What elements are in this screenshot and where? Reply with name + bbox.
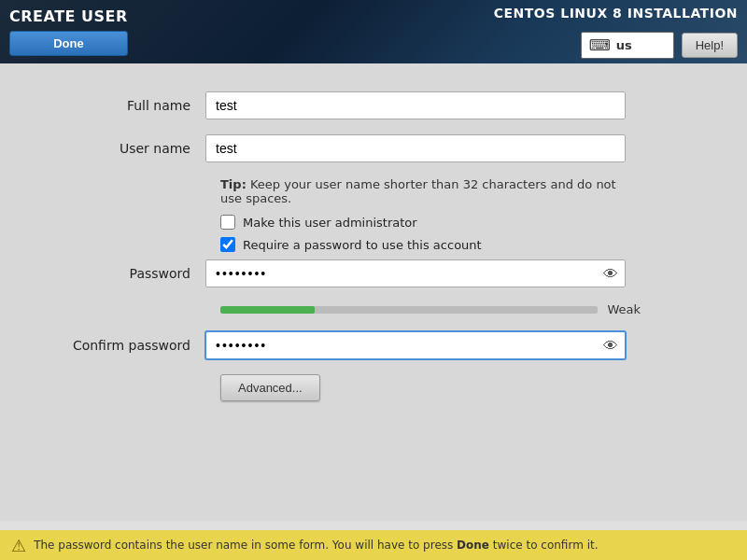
confirm-password-input[interactable] xyxy=(205,331,626,359)
admin-checkbox[interactable] xyxy=(220,215,235,230)
require-password-label[interactable]: Require a password to use this account xyxy=(243,238,482,252)
strength-row: Weak xyxy=(220,302,641,316)
help-button[interactable]: Help! xyxy=(682,33,738,58)
strength-bar-container xyxy=(220,306,598,314)
confirm-password-label: Confirm password xyxy=(56,338,205,353)
password-eye-icon[interactable]: 👁 xyxy=(603,265,618,283)
warning-text-after: twice to confirm it. xyxy=(489,539,599,552)
warning-bar: ⚠ The password contains the user name in… xyxy=(0,530,747,560)
confirm-password-eye-icon[interactable]: 👁 xyxy=(603,337,618,355)
keyboard-icon: ⌨ xyxy=(589,36,611,54)
system-title: CENTOS LINUX 8 INSTALLATION xyxy=(494,6,738,21)
fullname-input[interactable] xyxy=(205,91,626,119)
advanced-row: Advanced... xyxy=(220,374,691,401)
password-row: Password 👁 xyxy=(56,259,691,287)
password-input[interactable] xyxy=(205,259,626,287)
tip-bold: Tip: xyxy=(220,177,247,191)
header-bottom-right: ⌨ us Help! xyxy=(581,32,738,59)
require-password-checkbox[interactable] xyxy=(220,237,235,252)
header-right-container: CENTOS LINUX 8 INSTALLATION ⌨ us Help! xyxy=(494,6,738,59)
require-password-checkbox-row: Require a password to use this account xyxy=(220,237,691,252)
confirm-password-row: Confirm password 👁 xyxy=(56,331,691,359)
strength-bar-fill xyxy=(220,306,315,314)
tip-body: Keep your user name shorter than 32 char… xyxy=(220,177,616,205)
username-input[interactable] xyxy=(205,134,626,162)
admin-label[interactable]: Make this user administrator xyxy=(243,216,417,230)
fullname-row: Full name xyxy=(56,91,691,119)
password-input-wrapper: 👁 xyxy=(205,259,626,287)
confirm-password-input-wrapper: 👁 xyxy=(205,331,626,359)
username-label: User name xyxy=(56,141,205,156)
admin-checkbox-row: Make this user administrator xyxy=(220,215,691,230)
keyboard-input[interactable]: ⌨ us xyxy=(581,32,674,59)
warning-text-before: The password contains the user name in s… xyxy=(34,539,457,552)
header-left: CREATE USER Done xyxy=(9,7,128,56)
username-row: User name xyxy=(56,134,691,162)
strength-label: Weak xyxy=(607,302,641,316)
done-button[interactable]: Done xyxy=(9,31,128,56)
tip-text: Tip: Keep your user name shorter than 32… xyxy=(220,177,641,205)
keyboard-lang: us xyxy=(616,38,632,52)
page-title: CREATE USER xyxy=(9,7,128,25)
tip-row: Tip: Keep your user name shorter than 32… xyxy=(220,177,691,205)
warning-icon: ⚠ xyxy=(11,536,26,555)
warning-text-bold: Done xyxy=(457,539,489,552)
fullname-label: Full name xyxy=(56,98,205,113)
warning-text: The password contains the user name in s… xyxy=(34,539,598,552)
advanced-button[interactable]: Advanced... xyxy=(220,374,320,401)
main-content: Full name User name Tip: Keep your user … xyxy=(0,63,747,521)
header: CREATE USER Done CENTOS LINUX 8 INSTALLA… xyxy=(0,0,747,63)
password-label: Password xyxy=(56,266,205,281)
